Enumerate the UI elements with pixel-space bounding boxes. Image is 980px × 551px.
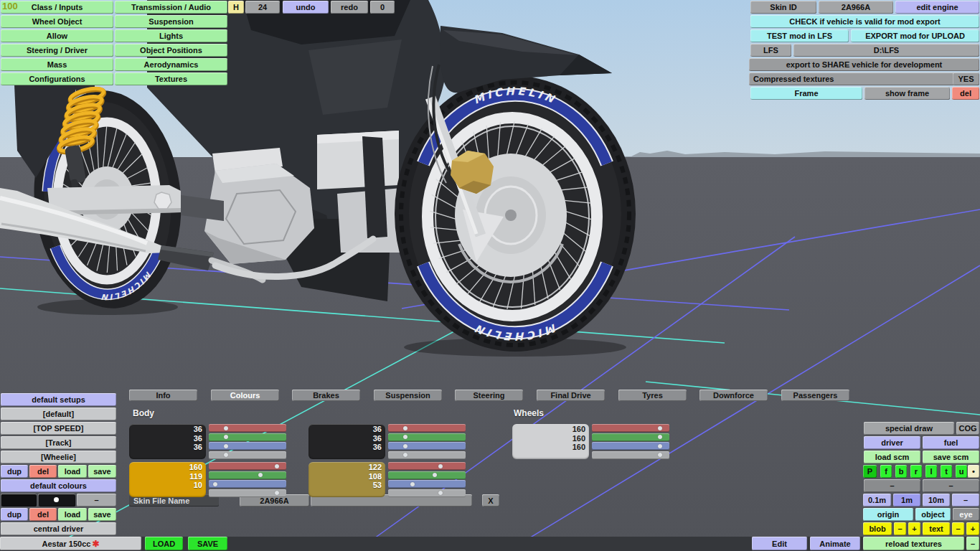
topbar-redo-button[interactable]: redo bbox=[331, 1, 368, 14]
rightpanel-btn-13[interactable]: • bbox=[968, 465, 979, 478]
colour-swatch[interactable]: 363636 bbox=[129, 424, 206, 459]
slider-handle[interactable] bbox=[433, 473, 437, 477]
slider-handle[interactable] bbox=[658, 444, 662, 448]
colour-slider-brightness[interactable] bbox=[388, 451, 466, 459]
topright-compressed-textures-button[interactable]: Compressed textures bbox=[749, 72, 955, 85]
leftpanel-default-1[interactable]: [default] bbox=[1, 408, 116, 420]
colour-slider-blue[interactable] bbox=[388, 480, 466, 488]
menu-steering-driver[interactable]: Steering / Driver bbox=[1, 44, 113, 57]
bottombar-load-button[interactable]: LOAD bbox=[145, 537, 183, 550]
slider-handle[interactable] bbox=[403, 444, 407, 448]
rightpanel-btn-24[interactable]: – bbox=[894, 522, 906, 535]
bottombar-edit-button[interactable]: Edit bbox=[752, 537, 807, 550]
colour-slider-red[interactable] bbox=[209, 424, 286, 432]
colour-slider-green[interactable] bbox=[209, 471, 286, 479]
topright-edit-engine-button[interactable]: edit engine bbox=[895, 1, 979, 14]
rightpanel-f-7[interactable]: f bbox=[880, 465, 892, 478]
topright-d-lfs-button[interactable]: D:\LFS bbox=[793, 44, 979, 57]
menu-transmission-audio[interactable]: Transmission / Audio bbox=[115, 1, 227, 14]
tab-colours[interactable]: Colours bbox=[211, 390, 279, 401]
colour-slider-brightness[interactable] bbox=[209, 451, 286, 459]
leftpanel-default-setups-0[interactable]: default setups bbox=[1, 393, 116, 406]
slider-handle[interactable] bbox=[403, 435, 407, 439]
leftpanel-del-11[interactable]: del bbox=[29, 508, 57, 521]
slider-handle[interactable] bbox=[213, 482, 217, 486]
rightpanel-btn-14[interactable]: – bbox=[864, 479, 920, 492]
vehicle-name-button[interactable]: Aestar 150cc ✱ bbox=[0, 537, 141, 550]
topright-export-mod-for-upload-button[interactable]: EXPORT mod for UPLOAD bbox=[851, 29, 979, 42]
colour-slider-brightness[interactable] bbox=[592, 451, 669, 459]
topbar-0-button[interactable]: 0 bbox=[370, 1, 395, 14]
leftpanel-track-3[interactable]: [Track] bbox=[1, 436, 116, 449]
leftpanel-top-speed-2[interactable]: [TOP SPEED] bbox=[1, 422, 116, 435]
menu-wheel-object[interactable]: Wheel Object bbox=[1, 15, 113, 28]
rightpanel-0.1m-16[interactable]: 0.1m bbox=[863, 494, 891, 507]
leftpanel-central-driver-14[interactable]: central driver bbox=[1, 522, 116, 535]
menu-aerodynamics[interactable]: Aerodynamics bbox=[115, 58, 227, 71]
leftpanel-dup-5[interactable]: dup bbox=[1, 465, 28, 478]
rightpanel-driver-2[interactable]: driver bbox=[864, 436, 920, 449]
rightpanel-fuel-3[interactable]: fuel bbox=[923, 436, 979, 449]
tab-final-drive[interactable]: Final Drive bbox=[537, 390, 605, 401]
menu-textures[interactable]: Textures bbox=[115, 72, 227, 85]
colour-slider-green[interactable] bbox=[592, 433, 669, 441]
topright-yes-button[interactable]: YES bbox=[953, 72, 979, 85]
rightpanel-t-11[interactable]: t bbox=[941, 465, 952, 478]
colour-slider-blue[interactable] bbox=[209, 442, 286, 450]
rightpanel-origin-20[interactable]: origin bbox=[863, 508, 913, 521]
rightpanel-btn-19[interactable]: – bbox=[952, 494, 979, 507]
rightpanel-10m-18[interactable]: 10m bbox=[923, 494, 950, 507]
leftpanel-save-13[interactable]: save bbox=[88, 508, 116, 521]
colour-slider-red[interactable] bbox=[388, 462, 466, 470]
tab-tyres[interactable]: Tyres bbox=[618, 390, 687, 401]
leftpanel-save-8[interactable]: save bbox=[88, 465, 116, 478]
leftpanel-wheelie-4[interactable]: [Wheelie] bbox=[1, 451, 116, 463]
tab-passengers[interactable]: Passengers bbox=[781, 390, 849, 401]
topright-export-to-share-vehicle-for-development-button[interactable]: export to SHARE vehicle for development bbox=[749, 58, 979, 71]
tab-suspension[interactable]: Suspension bbox=[374, 390, 442, 401]
slider-handle[interactable] bbox=[224, 444, 228, 448]
default-colour-minus-button[interactable]: – bbox=[77, 494, 116, 507]
rightpanel-text-26[interactable]: text bbox=[923, 522, 950, 535]
slider-handle[interactable] bbox=[403, 453, 407, 457]
topbar-h-button[interactable]: H bbox=[228, 1, 244, 14]
topright-show-frame-button[interactable]: show frame bbox=[864, 87, 950, 100]
topbar-24-button[interactable]: 24 bbox=[245, 1, 280, 14]
colour-slider-red[interactable] bbox=[388, 424, 466, 432]
leftpanel-load-12[interactable]: load bbox=[58, 508, 87, 521]
menu-configurations[interactable]: Configurations bbox=[1, 72, 113, 85]
menu-mass[interactable]: Mass bbox=[1, 58, 113, 71]
colour-slider-green[interactable] bbox=[388, 471, 466, 479]
topright-check-if-vehicle-is-valid-for-mod-export-button[interactable]: CHECK if vehicle is valid for mod export bbox=[750, 15, 979, 28]
slider-handle[interactable] bbox=[258, 473, 263, 477]
default-colour-swatch-1[interactable] bbox=[1, 494, 37, 507]
leftpanel-del-6[interactable]: del bbox=[29, 465, 57, 478]
topright-skin-id-button[interactable]: Skin ID bbox=[750, 1, 816, 14]
slider-handle[interactable] bbox=[403, 426, 407, 430]
slider-handle[interactable] bbox=[438, 491, 443, 495]
rightpanel-btn-27[interactable]: – bbox=[952, 522, 964, 535]
slider-handle[interactable] bbox=[658, 453, 662, 457]
tab-info[interactable]: Info bbox=[129, 390, 197, 401]
rightpanel-b-8[interactable]: b bbox=[895, 465, 907, 478]
slider-handle[interactable] bbox=[658, 435, 662, 439]
rightpanel-cog-1[interactable]: COG bbox=[956, 422, 979, 435]
rightpanel-object-21[interactable]: object bbox=[915, 508, 951, 521]
slider-handle[interactable] bbox=[275, 464, 279, 468]
menu-lights[interactable]: Lights bbox=[115, 29, 227, 42]
menu-suspension[interactable]: Suspension bbox=[115, 15, 227, 28]
colour-slider-green[interactable] bbox=[388, 433, 466, 441]
leftpanel-dup-10[interactable]: dup bbox=[1, 508, 28, 521]
menu-object-positions[interactable]: Object Positions bbox=[115, 44, 227, 57]
bottombar-reload-textures-button[interactable]: reload textures bbox=[863, 537, 964, 550]
slider-handle[interactable] bbox=[438, 464, 443, 468]
rightpanel-u-12[interactable]: u bbox=[956, 465, 967, 478]
tab-downforce[interactable]: Downforce bbox=[699, 390, 768, 401]
topright-test-mod-in-lfs-button[interactable]: TEST mod in LFS bbox=[750, 29, 849, 42]
colour-slider-red[interactable] bbox=[209, 462, 286, 470]
rightpanel-eye-22[interactable]: eye bbox=[953, 508, 979, 521]
colour-slider-red[interactable] bbox=[592, 424, 669, 432]
topright-lfs-button[interactable]: LFS bbox=[750, 44, 791, 57]
colour-slider-green[interactable] bbox=[209, 433, 286, 441]
menu-allow[interactable]: Allow bbox=[1, 29, 113, 42]
